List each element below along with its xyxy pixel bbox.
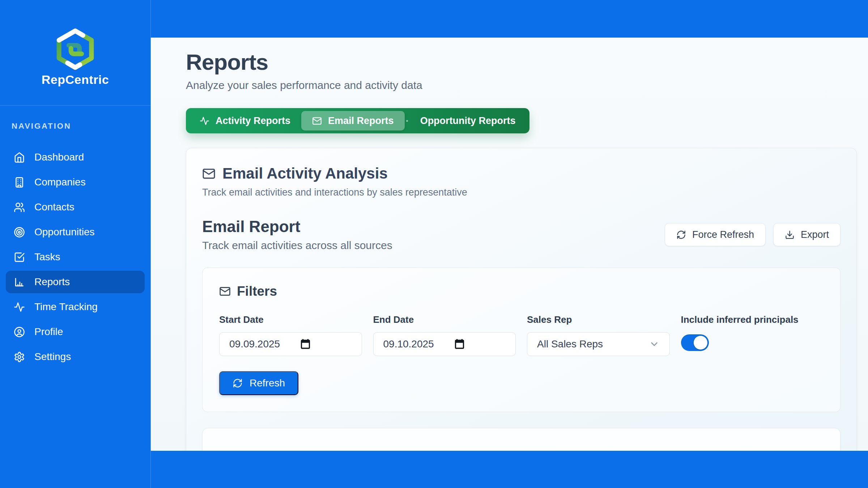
mail-icon: [202, 167, 216, 180]
brand-name: RepCentric: [42, 73, 109, 87]
sidebar-item-label: Settings: [34, 351, 71, 363]
sidebar-item-label: Time Tracking: [34, 301, 98, 313]
gear-icon: [14, 351, 25, 363]
refresh-label: Refresh: [250, 377, 285, 389]
sidebar-item-contacts[interactable]: Contacts: [6, 196, 145, 218]
main-content: Reports Analyze your sales performance a…: [151, 38, 868, 451]
building-icon: [14, 177, 25, 188]
sidebar-item-label: Reports: [34, 276, 70, 288]
check-square-icon: [14, 252, 25, 263]
tab-email-reports[interactable]: Email Reports: [301, 111, 405, 130]
tab-activity-reports[interactable]: Activity Reports: [189, 111, 301, 130]
sidebar-item-label: Opportunities: [34, 226, 95, 238]
brand-block: RepCentric: [0, 0, 150, 106]
bar-chart-icon: [14, 277, 25, 288]
refresh-icon: [233, 378, 243, 388]
report-tabs: Activity Reports Email Reports Opportuni…: [186, 108, 529, 133]
panel-header: Email Activity Analysis: [202, 165, 841, 182]
inferred-principals-toggle[interactable]: [681, 334, 709, 351]
calendar-icon[interactable]: [299, 338, 311, 350]
sidebar: RepCentric NAVIGATION Dashboard Companie…: [0, 0, 151, 488]
panel-subtitle: Track email activities and interactions …: [202, 187, 841, 198]
refresh-button[interactable]: Refresh: [219, 371, 298, 395]
sidebar-item-label: Contacts: [34, 201, 75, 213]
sidebar-item-companies[interactable]: Companies: [6, 171, 145, 193]
tab-label: Email Reports: [328, 115, 394, 127]
sidebar-item-settings[interactable]: Settings: [6, 346, 145, 368]
report-actions: Force Refresh Export: [665, 223, 841, 246]
sidebar-nav: NAVIGATION Dashboard Companies Contacts …: [0, 106, 150, 368]
end-date-input[interactable]: 09.10.2025: [373, 332, 516, 356]
sidebar-item-reports[interactable]: Reports: [6, 271, 145, 293]
report-heading-block: Email Report Track email activities acro…: [202, 218, 392, 252]
sidebar-item-opportunities[interactable]: Opportunities: [6, 221, 145, 243]
start-date-label: Start Date: [219, 314, 362, 325]
download-icon: [785, 230, 795, 240]
report-header-row: Email Report Track email activities acro…: [202, 218, 841, 252]
sales-rep-label: Sales Rep: [527, 314, 670, 325]
user-circle-icon: [14, 326, 25, 338]
force-refresh-label: Force Refresh: [692, 229, 754, 240]
toggle-knob: [694, 336, 707, 350]
tab-opportunity-reports[interactable]: Opportunity Reports: [409, 111, 527, 130]
inferred-principals-label: Include inferred principals: [681, 314, 824, 325]
inferred-principals-group: Include inferred principals: [681, 314, 824, 356]
export-label: Export: [801, 229, 829, 240]
sales-rep-value: All Sales Reps: [537, 338, 603, 350]
nav-section-label: NAVIGATION: [6, 121, 145, 131]
sidebar-item-dashboard[interactable]: Dashboard: [6, 146, 145, 168]
activity-icon: [200, 116, 209, 126]
sidebar-item-profile[interactable]: Profile: [6, 321, 145, 343]
export-button[interactable]: Export: [773, 223, 841, 246]
chevron-down-icon: [649, 339, 660, 350]
page-subtitle: Analyze your sales performance and activ…: [186, 79, 857, 91]
end-date-label: End Date: [373, 314, 516, 325]
report-title: Email Report: [202, 218, 392, 236]
filters-card: Filters Start Date 09.09.2025 End Date 0…: [202, 267, 841, 412]
start-date-group: Start Date 09.09.2025: [219, 314, 362, 356]
filters-header: Filters: [219, 284, 824, 299]
panel-title: Email Activity Analysis: [222, 165, 388, 182]
email-activity-by-rep-card: Email Activity by Sales Rep Summary of e…: [202, 428, 841, 451]
home-icon: [14, 152, 25, 163]
page-title: Reports: [186, 49, 857, 75]
refresh-icon: [676, 230, 686, 240]
sidebar-item-label: Companies: [34, 176, 86, 188]
email-activity-by-rep-title: Email Activity by Sales Rep: [220, 448, 823, 451]
target-icon: [14, 227, 25, 238]
start-date-value: 09.09.2025: [229, 338, 280, 350]
force-refresh-button[interactable]: Force Refresh: [665, 223, 766, 246]
sales-rep-group: Sales Rep All Sales Reps: [527, 314, 670, 356]
sidebar-item-label: Dashboard: [34, 151, 84, 163]
email-activity-analysis-panel: Email Activity Analysis Track email acti…: [186, 148, 857, 451]
app-root: RepCentric NAVIGATION Dashboard Companie…: [0, 0, 868, 488]
end-date-group: End Date 09.10.2025: [373, 314, 516, 356]
sidebar-item-tasks[interactable]: Tasks: [6, 246, 145, 268]
filters-grid: Start Date 09.09.2025 End Date 09.10.202…: [219, 314, 824, 356]
users-icon: [14, 202, 25, 213]
sidebar-item-label: Tasks: [34, 251, 60, 263]
report-subtitle: Track email activities across all source…: [202, 239, 392, 252]
filters-title: Filters: [237, 284, 277, 299]
sales-rep-select[interactable]: All Sales Reps: [527, 332, 670, 356]
tab-separator-dot: [406, 120, 408, 122]
mail-icon: [219, 286, 231, 297]
mail-icon: [312, 116, 322, 126]
sidebar-item-label: Profile: [34, 326, 63, 338]
activity-icon: [14, 301, 25, 313]
tab-label: Opportunity Reports: [420, 115, 516, 127]
start-date-input[interactable]: 09.09.2025: [219, 332, 362, 356]
calendar-icon[interactable]: [454, 338, 465, 350]
sidebar-item-time-tracking[interactable]: Time Tracking: [6, 296, 145, 318]
hexagon-logo-icon: [54, 28, 97, 70]
end-date-value: 09.10.2025: [383, 338, 434, 350]
tab-label: Activity Reports: [216, 115, 290, 127]
